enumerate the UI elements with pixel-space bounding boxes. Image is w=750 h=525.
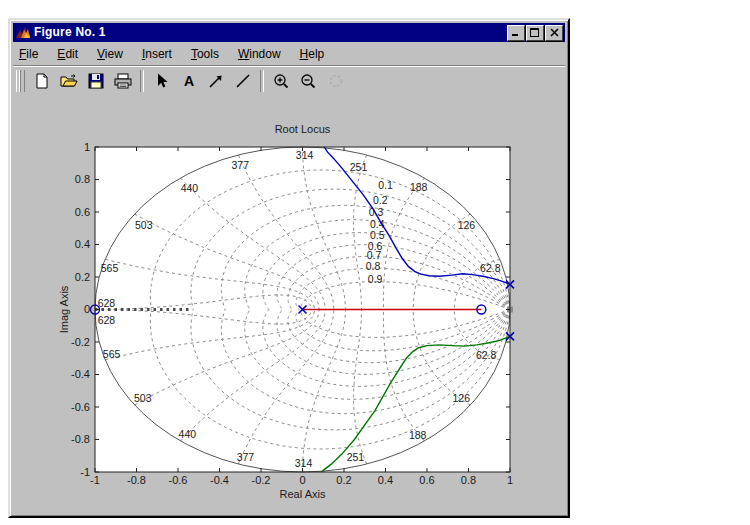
natural-frequency-label: 628 bbox=[98, 314, 116, 326]
rotate-3d-icon bbox=[328, 73, 344, 89]
damping-ratio-label: 0.1 bbox=[378, 179, 393, 191]
natural-frequency-label: 62.8 bbox=[476, 349, 497, 361]
x-tick-label: 1 bbox=[507, 474, 513, 486]
natural-frequency-label: 377 bbox=[237, 451, 255, 463]
plot-title: Root Locus bbox=[275, 123, 331, 135]
open-file-icon bbox=[60, 73, 78, 89]
add-line-icon bbox=[235, 73, 251, 89]
toolbar-drag-handle[interactable] bbox=[16, 70, 25, 92]
y-tick-label: -0.2 bbox=[71, 336, 90, 348]
y-tick-label: -0.8 bbox=[71, 433, 90, 445]
zoom-out-button[interactable] bbox=[296, 69, 321, 94]
natural-frequency-label: 314 bbox=[296, 149, 314, 161]
titlebar[interactable]: Figure No. 1 bbox=[13, 23, 565, 42]
natural-frequency-label: 503 bbox=[134, 392, 152, 404]
y-tick-label: -0.4 bbox=[71, 368, 90, 380]
zoom-in-button[interactable] bbox=[269, 69, 294, 94]
x-tick-label: -0.4 bbox=[210, 474, 229, 486]
y-tick-label: -0.6 bbox=[71, 401, 90, 413]
matlab-logo-icon bbox=[15, 25, 31, 40]
natural-frequency-label: 126 bbox=[458, 219, 476, 231]
damping-ratio-label: 0.2 bbox=[373, 194, 388, 206]
damping-ratio-label: 0.8 bbox=[366, 260, 381, 272]
natural-frequency-label: 188 bbox=[409, 429, 427, 441]
menu-tools[interactable]: Tools bbox=[185, 44, 225, 64]
x-tick-label: 0.4 bbox=[378, 474, 393, 486]
y-tick-label: 0.2 bbox=[75, 271, 90, 283]
damping-ratio-label: 0.4 bbox=[370, 218, 385, 230]
natural-frequency-label: 377 bbox=[231, 159, 249, 171]
x-tick-label: 0.6 bbox=[419, 474, 434, 486]
root-locus-plot[interactable]: 62.812618825131437744050356562862.812618… bbox=[13, 96, 569, 517]
figure-window: Figure No. 1 File Edit View Insert Tools… bbox=[8, 18, 570, 518]
natural-frequency-label: 314 bbox=[295, 457, 313, 469]
x-tick-label: -1 bbox=[90, 474, 100, 486]
toolbar-separator bbox=[140, 70, 144, 92]
save-button[interactable] bbox=[83, 69, 108, 94]
toolbar: A bbox=[13, 66, 565, 95]
minimize-button[interactable] bbox=[507, 25, 525, 41]
maximize-button[interactable] bbox=[526, 25, 544, 41]
new-file-icon bbox=[34, 73, 50, 89]
svg-text:A: A bbox=[183, 73, 193, 89]
natural-frequency-label: 188 bbox=[410, 181, 428, 193]
y-tick-label: 1 bbox=[84, 141, 90, 153]
toolbar-separator bbox=[260, 70, 264, 92]
menu-edit[interactable]: Edit bbox=[51, 44, 84, 64]
zoom-out-icon bbox=[300, 73, 317, 89]
save-icon bbox=[88, 73, 104, 89]
menu-view[interactable]: View bbox=[91, 44, 129, 64]
pointer-icon bbox=[154, 73, 170, 89]
y-tick-label: 0.6 bbox=[75, 206, 90, 218]
menu-help[interactable]: Help bbox=[294, 44, 331, 64]
text-tool-button[interactable]: A bbox=[176, 69, 201, 94]
y-axis-label: Imag Axis bbox=[58, 285, 70, 333]
x-axis-label: Real Axis bbox=[280, 488, 326, 500]
y-tick-label: 0.8 bbox=[75, 173, 90, 185]
text-label-icon: A bbox=[181, 73, 197, 89]
rotate-3d-button[interactable] bbox=[323, 69, 348, 94]
natural-frequency-label: 628 bbox=[98, 297, 116, 309]
x-tick-label: 0 bbox=[299, 474, 305, 486]
menu-file[interactable]: File bbox=[13, 44, 44, 64]
y-tick-label: 0.4 bbox=[75, 238, 90, 250]
x-tick-label: -0.6 bbox=[169, 474, 188, 486]
x-tick-label: -0.8 bbox=[127, 474, 146, 486]
natural-frequency-label: 565 bbox=[103, 348, 121, 360]
natural-frequency-label: 251 bbox=[347, 451, 365, 463]
line-tool-button[interactable] bbox=[230, 69, 255, 94]
menu-window[interactable]: Window bbox=[232, 44, 287, 64]
zoom-in-icon bbox=[273, 73, 290, 89]
figure-content: 62.812618825131437744050356562862.812618… bbox=[13, 96, 565, 513]
print-button[interactable] bbox=[110, 69, 135, 94]
natural-frequency-label: 440 bbox=[181, 182, 199, 194]
close-button[interactable] bbox=[545, 25, 563, 41]
x-tick-label: 0.8 bbox=[461, 474, 476, 486]
menu-insert[interactable]: Insert bbox=[136, 44, 178, 64]
natural-frequency-label: 62.8 bbox=[480, 262, 501, 274]
new-file-button[interactable] bbox=[29, 69, 54, 94]
natural-frequency-label: 565 bbox=[101, 262, 119, 274]
natural-frequency-label: 440 bbox=[179, 428, 197, 440]
natural-frequency-label: 503 bbox=[135, 219, 153, 231]
natural-frequency-label: 126 bbox=[452, 392, 470, 404]
arrow-tool-button[interactable] bbox=[203, 69, 228, 94]
y-tick-label: -1 bbox=[80, 466, 90, 478]
damping-ratio-label: 0.9 bbox=[368, 273, 383, 285]
x-tick-label: 0.2 bbox=[336, 474, 351, 486]
window-title: Figure No. 1 bbox=[34, 23, 506, 42]
y-tick-label: 0 bbox=[84, 303, 90, 315]
x-tick-label: -0.2 bbox=[252, 474, 271, 486]
print-icon bbox=[114, 73, 132, 89]
menubar: File Edit View Insert Tools Window Help bbox=[13, 43, 565, 65]
natural-frequency-label: 251 bbox=[350, 161, 368, 173]
open-file-button[interactable] bbox=[56, 69, 81, 94]
add-arrow-icon bbox=[208, 73, 224, 89]
pointer-tool-button[interactable] bbox=[149, 69, 174, 94]
